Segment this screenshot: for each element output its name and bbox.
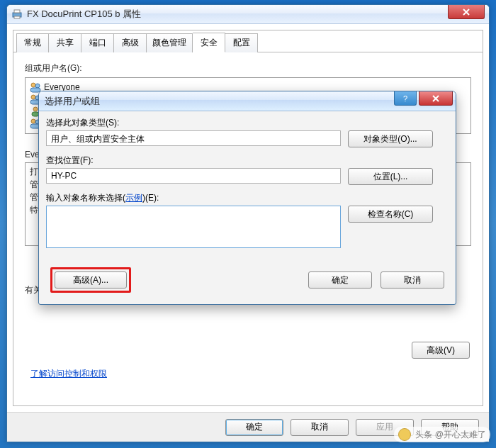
svg-point-3 bbox=[31, 83, 35, 87]
svg-rect-1 bbox=[14, 10, 20, 13]
advanced-button[interactable]: 高级(V) bbox=[412, 342, 470, 359]
modal-bottom-bar: 高级(A)... 确定 取消 bbox=[46, 267, 449, 297]
main-title-text: FX DocuPrint CP105 b 属性 bbox=[27, 8, 141, 21]
watermark: 头条 @开心太难了 bbox=[394, 427, 490, 442]
tab-color-mgmt[interactable]: 颜色管理 bbox=[147, 33, 193, 52]
close-icon bbox=[432, 95, 440, 102]
group-users-label: 组或用户名(G): bbox=[25, 62, 471, 74]
modal-close-button[interactable] bbox=[419, 91, 453, 106]
check-names-button[interactable]: 检查名称(C) bbox=[348, 206, 433, 223]
main-ok-button[interactable]: 确定 bbox=[225, 419, 283, 436]
highlight-annotation: 高级(A)... bbox=[50, 267, 131, 293]
tab-security[interactable]: 安全 bbox=[193, 33, 225, 52]
modal-window-controls: ? bbox=[392, 91, 453, 106]
avatar bbox=[398, 428, 411, 441]
object-types-button[interactable]: 对象类型(O)... bbox=[348, 130, 433, 147]
tab-general[interactable]: 常规 bbox=[16, 33, 49, 52]
svg-rect-5 bbox=[30, 88, 40, 92]
tab-config[interactable]: 配置 bbox=[225, 33, 258, 52]
printer-icon bbox=[11, 9, 23, 20]
help-icon: ? bbox=[402, 94, 409, 103]
select-users-groups-dialog: 选择用户或组 ? 选择此对象类型(S): 用户、组或内置安全主体 对象类型(O)… bbox=[38, 91, 456, 305]
enter-object-names-label: 输入对象名称来选择(示例)(E): bbox=[46, 192, 449, 204]
watermark-text: 头条 @开心太难了 bbox=[415, 429, 486, 441]
main-window-controls bbox=[446, 5, 485, 19]
svg-point-6 bbox=[31, 95, 35, 99]
main-titlebar[interactable]: FX DocuPrint CP105 b 属性 bbox=[7, 5, 489, 24]
svg-point-11 bbox=[31, 119, 35, 123]
main-close-button[interactable] bbox=[448, 5, 485, 19]
locations-button[interactable]: 位置(L)... bbox=[348, 168, 433, 185]
location-label: 查找位置(F): bbox=[46, 155, 449, 167]
main-cancel-button[interactable]: 取消 bbox=[291, 419, 349, 436]
modal-titlebar[interactable]: 选择用户或组 ? bbox=[39, 91, 456, 111]
svg-text:?: ? bbox=[403, 94, 407, 103]
modal-ok-button[interactable]: 确定 bbox=[308, 271, 372, 289]
object-type-field: 用户、组或内置安全主体 bbox=[46, 130, 341, 146]
example-link[interactable]: 示例 bbox=[125, 193, 142, 203]
learn-link-row: 了解访问控制和权限 bbox=[30, 368, 107, 380]
svg-point-4 bbox=[35, 84, 40, 88]
tab-ports[interactable]: 端口 bbox=[81, 33, 114, 52]
modal-cancel-button[interactable]: 取消 bbox=[381, 271, 444, 289]
svg-rect-2 bbox=[14, 16, 20, 18]
object-names-input[interactable] bbox=[46, 206, 341, 248]
learn-access-control-link[interactable]: 了解访问控制和权限 bbox=[30, 369, 107, 379]
tab-strip: 常规 共享 端口 高级 颜色管理 安全 配置 bbox=[13, 30, 483, 52]
location-field: HY-PC bbox=[46, 168, 341, 184]
modal-body: 选择此对象类型(S): 用户、组或内置安全主体 对象类型(O)... 查找位置(… bbox=[46, 117, 449, 297]
tab-advanced[interactable]: 高级 bbox=[114, 33, 147, 52]
modal-advanced-button[interactable]: 高级(A)... bbox=[55, 271, 127, 289]
tab-sharing[interactable]: 共享 bbox=[49, 33, 81, 52]
svg-point-9 bbox=[33, 107, 38, 111]
modal-title-text: 选择用户或组 bbox=[45, 95, 100, 108]
object-type-label: 选择此对象类型(S): bbox=[46, 117, 449, 129]
modal-help-button[interactable]: ? bbox=[394, 91, 417, 106]
